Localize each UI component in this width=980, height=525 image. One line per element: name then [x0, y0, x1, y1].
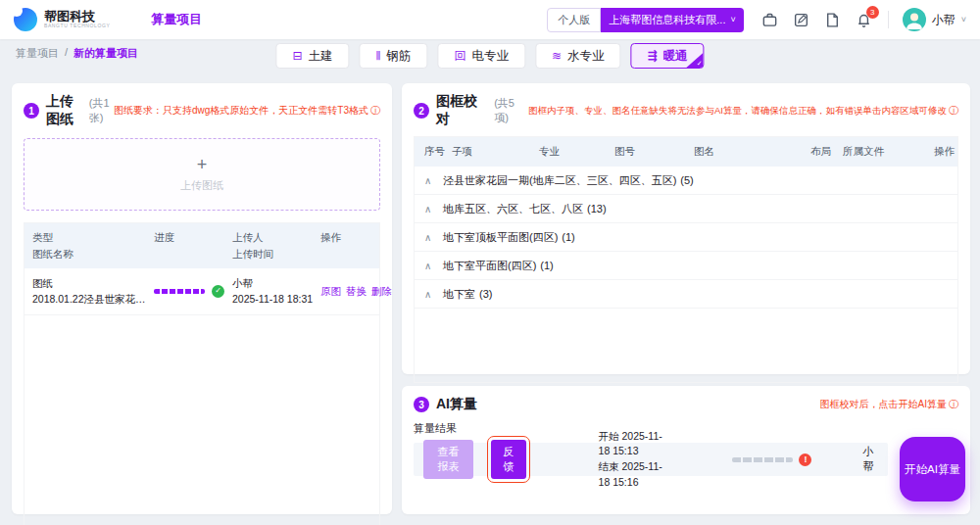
action-delete-link[interactable]: 删除	[371, 283, 392, 300]
action-original-link[interactable]: 原图	[320, 283, 341, 300]
col-source-file: 所属文件	[843, 145, 934, 159]
breadcrumb: 算量项目 / 新的算量项目	[16, 46, 138, 61]
upload-time: 2025-11-18 18:31	[232, 291, 320, 308]
col-uploader: 上传人	[232, 229, 320, 246]
start-ai-button[interactable]: 开始AI算量	[900, 437, 965, 501]
group-label: 地下室	[443, 287, 475, 302]
frame-group-row[interactable]: ∧ 地下室顶板平面图(四区) (1)	[415, 223, 957, 252]
group-count: (3)	[479, 288, 492, 300]
header-divider	[888, 11, 889, 28]
start-time: 开始 2025-11-18 15:13	[599, 429, 672, 460]
briefcase-icon[interactable]	[761, 12, 778, 28]
feedback-button[interactable]: 反馈	[491, 440, 526, 479]
file-icon[interactable]	[824, 12, 841, 28]
group-count: (13)	[587, 203, 607, 215]
tab-rebar[interactable]: ⫴ 钢筋	[359, 43, 427, 69]
edit-file-icon[interactable]	[793, 12, 809, 28]
specialty-tabs: ⊟ 土建 ⫴ 钢筋 回 电专业 ≋ 水专业 ⇶ 暖通 ✓	[275, 43, 704, 69]
group-count: (5)	[680, 174, 693, 186]
operator-name: 小帮	[862, 445, 878, 474]
notification-badge: 3	[866, 6, 879, 19]
success-check-icon: ✓	[212, 285, 224, 298]
upload-notice: 图纸要求：只支持dwg格式原始文件，天正文件需转T3格式 ⓘ	[114, 104, 380, 118]
org-name: 上海帮图信息科技有限...	[609, 13, 725, 27]
table-row[interactable]: 图纸 2018.01.22泾县世家花园地库... ✓ 小帮 2025-11-18…	[24, 268, 379, 316]
breadcrumb-parent[interactable]: 算量项目	[16, 46, 59, 61]
collapse-icon[interactable]: ∧	[424, 204, 438, 215]
frame-table: 序号 子项 专业 图号 图名 布局 所属文件 操作 ∧ 泾县世家花园一期(地库二…	[414, 136, 958, 383]
electrical-icon: 回	[454, 50, 466, 62]
bell-icon[interactable]: 3	[856, 12, 872, 28]
tab-label: 土建	[308, 48, 332, 65]
group-label: 地库五区、六区、七区、八区	[443, 202, 583, 216]
brand-logo[interactable]: 帮图科技 BANGTU TECHNOLOGY	[14, 8, 110, 31]
group-label: 泾县世家花园一期(地库二区、三区、四区、五区)	[443, 173, 676, 188]
breadcrumb-separator: /	[65, 46, 68, 61]
tab-hvac[interactable]: ⇶ 暖通 ✓	[631, 43, 705, 69]
col-name: 图纸名称	[32, 246, 154, 262]
error-icon[interactable]: !	[799, 453, 811, 466]
col-progress: 进度	[154, 229, 232, 262]
upload-dropzone[interactable]: + 上传图纸	[24, 138, 380, 211]
collapse-icon[interactable]: ∧	[424, 175, 438, 186]
collapse-icon[interactable]: ∧	[424, 289, 438, 300]
drawings-table-header: 类型 图纸名称 进度 上传人 上传时间 操作	[24, 223, 379, 268]
action-replace-link[interactable]: 替换	[346, 283, 367, 300]
personal-version-badge[interactable]: 个人版	[547, 8, 601, 32]
frame-group-row[interactable]: ∧ 泾县世家花园一期(地库二区、三区、四区、五区) (5)	[415, 167, 957, 195]
tab-electrical[interactable]: 回 电专业	[437, 43, 525, 69]
col-actions: 操作	[320, 229, 371, 262]
result-progress-bar	[732, 457, 793, 462]
user-menu[interactable]: 小帮 ˅	[903, 8, 966, 31]
info-icon[interactable]: ⓘ	[949, 106, 958, 116]
col-subitem: 子项	[452, 145, 539, 159]
tab-label: 钢筋	[386, 48, 411, 65]
info-icon[interactable]: ⓘ	[949, 400, 958, 409]
selected-check-icon: ✓	[697, 60, 703, 68]
view-report-button[interactable]: 查看报表	[423, 440, 473, 479]
end-time: 结束 2025-11-18 15:16	[599, 459, 672, 491]
group-label: 地下室顶板平面图(四区)	[443, 230, 558, 245]
collapse-icon[interactable]: ∧	[424, 261, 438, 271]
frame-group-row[interactable]: ∧ 地下室 (3)	[415, 280, 957, 309]
breadcrumb-current: 新的算量项目	[74, 46, 138, 61]
frame-check-panel: 2 图框校对 (共5项) 图框内子项、专业、图名任意缺失将无法参与AI算量，请确…	[402, 83, 970, 374]
ai-panel-title: AI算量	[436, 396, 477, 413]
ai-notice: 图框校对后，点击开始AI算量 ⓘ	[820, 398, 958, 411]
hvac-icon: ⇶	[648, 50, 658, 62]
group-label: 地下室平面图(四区)	[443, 259, 536, 273]
collapse-icon[interactable]: ∧	[424, 232, 438, 243]
step-2-badge: 2	[414, 103, 429, 119]
brand-name: 帮图科技	[44, 10, 110, 24]
user-name: 小帮	[932, 12, 956, 28]
top-header-bar: 帮图科技 BANGTU TECHNOLOGY 算量项目 个人版 上海帮图信息科技…	[0, 0, 980, 39]
plus-icon: +	[197, 156, 208, 173]
group-count: (1)	[562, 231, 574, 243]
group-count: (1)	[540, 260, 553, 271]
upload-progress-bar	[154, 289, 205, 294]
info-icon[interactable]: ⓘ	[370, 106, 380, 116]
nav-item-quantity-projects[interactable]: 算量项目	[151, 11, 202, 28]
col-drawing-name: 图名	[694, 145, 810, 159]
avatar	[903, 8, 926, 31]
frame-group-row[interactable]: ∧ 地下室平面图(四区) (1)	[415, 252, 957, 280]
org-selector[interactable]: 上海帮图信息科技有限... ˅	[601, 8, 743, 32]
tab-civil[interactable]: ⊟ 土建	[275, 43, 349, 69]
civil-icon: ⊟	[292, 50, 302, 62]
frame-count: (共5项)	[494, 96, 528, 125]
col-specialty: 专业	[539, 145, 614, 159]
tab-label: 电专业	[471, 48, 509, 65]
frame-group-row[interactable]: ∧ 地库五区、六区、七区、八区 (13)	[415, 195, 957, 223]
upload-count: (共1张)	[89, 96, 114, 125]
brand-logo-icon	[14, 8, 37, 31]
upload-dropzone-label: 上传图纸	[180, 178, 223, 193]
drawings-table: 类型 图纸名称 进度 上传人 上传时间 操作 图纸 2018.01.22泾县世家…	[24, 222, 380, 525]
tab-water[interactable]: ≋ 水专业	[535, 43, 621, 69]
user-chevron-down-icon: ˅	[961, 15, 966, 24]
ai-quantity-panel: 3 AI算量 图框校对后，点击开始AI算量 ⓘ 算量结果 查看报表 反馈 开始 …	[402, 386, 970, 514]
brand-subtitle: BANGTU TECHNOLOGY	[44, 24, 110, 29]
col-drawing-no: 图号	[614, 145, 694, 159]
drawing-type: 图纸	[32, 275, 154, 292]
tab-label: 暖通	[663, 48, 688, 65]
frame-panel-title: 图框校对	[436, 93, 490, 128]
